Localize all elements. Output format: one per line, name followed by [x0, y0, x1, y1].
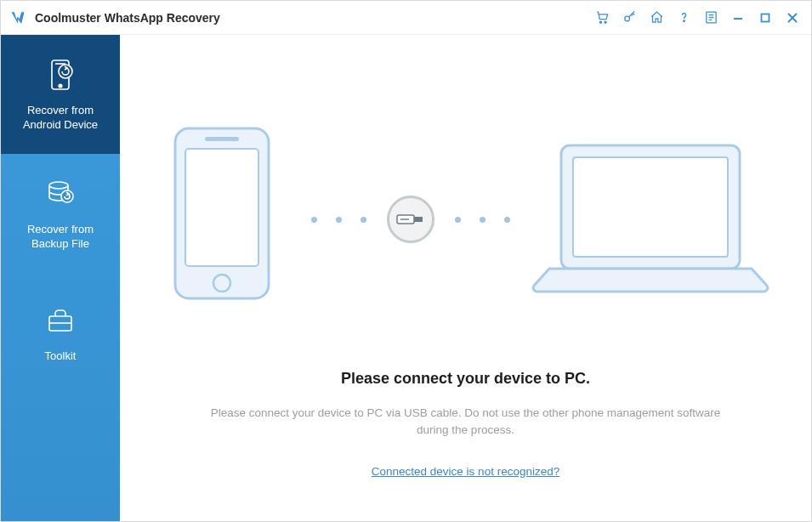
phone-illustration-icon: [158, 120, 294, 319]
sidebar-item-recover-backup[interactable]: Recover from Backup File: [1, 154, 120, 273]
dot-icon: [361, 217, 366, 223]
sidebar-item-label: Toolkit: [45, 349, 77, 364]
minimize-button[interactable]: [724, 4, 752, 31]
help-icon[interactable]: [670, 4, 697, 31]
toolkit-icon: [42, 302, 79, 339]
sidebar-item-recover-android[interactable]: Recover from Android Device: [1, 35, 120, 154]
dot-icon: [311, 217, 317, 223]
app-logo-icon: [9, 9, 26, 26]
key-icon[interactable]: [616, 4, 643, 31]
sidebar-item-label: Recover from Backup File: [27, 223, 94, 252]
maximize-button[interactable]: [752, 4, 779, 31]
svg-point-11: [59, 84, 62, 88]
titlebar: Coolmuster WhatsApp Recovery: [1, 1, 811, 35]
sidebar-item-toolkit[interactable]: Toolkit: [1, 273, 120, 392]
phone-recover-icon: [42, 56, 79, 94]
svg-point-2: [624, 16, 629, 21]
dot-icon: [336, 217, 342, 223]
dot-icon: [504, 217, 510, 223]
svg-rect-22: [414, 217, 423, 222]
home-icon[interactable]: [643, 4, 670, 31]
svg-point-1: [604, 21, 605, 23]
svg-point-13: [49, 182, 68, 189]
content-pane: Please connect your device to PC. Please…: [120, 35, 811, 521]
sub-instruction: Please connect your device to PC via USB…: [211, 405, 721, 440]
close-button[interactable]: [779, 4, 806, 31]
svg-rect-6: [762, 14, 769, 21]
usb-connector-icon: [387, 196, 434, 243]
svg-point-0: [599, 21, 601, 23]
dot-icon: [480, 217, 485, 223]
sidebar: Recover from Android Device Recover from…: [1, 35, 120, 521]
headline: Please connect your device to PC.: [341, 370, 590, 388]
app-title: Coolmuster WhatsApp Recovery: [35, 11, 220, 25]
svg-point-3: [683, 20, 684, 21]
connection-illustration: [158, 120, 774, 319]
svg-rect-25: [573, 157, 728, 257]
laptop-illustration-icon: [527, 128, 774, 310]
feedback-icon[interactable]: [697, 4, 724, 31]
cart-icon[interactable]: [588, 4, 616, 31]
dot-icon: [455, 217, 461, 223]
svg-rect-18: [185, 149, 258, 266]
svg-rect-19: [205, 137, 239, 141]
backup-recover-icon: [42, 175, 79, 213]
sidebar-item-label: Recover from Android Device: [23, 104, 98, 133]
device-not-recognized-link[interactable]: Connected device is not recognized?: [372, 465, 559, 478]
